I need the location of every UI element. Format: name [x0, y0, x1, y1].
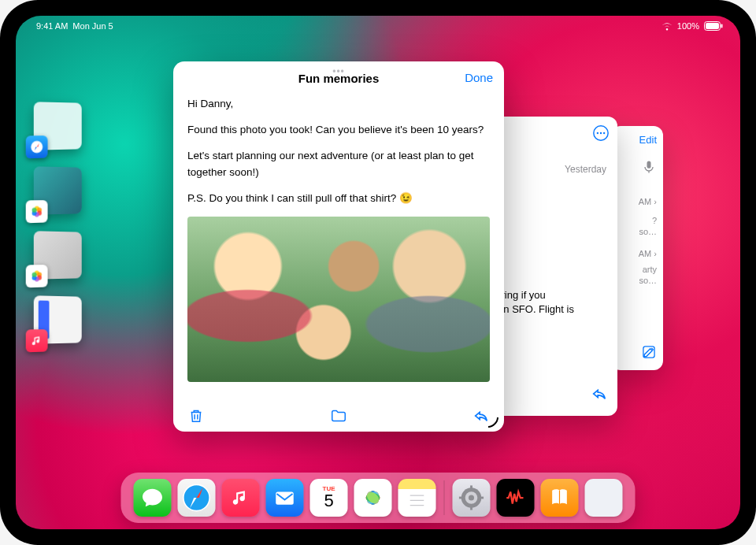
mail-attached-photo[interactable]: [187, 217, 490, 382]
status-date: Mon Jun 5: [72, 21, 113, 31]
dock-app-books[interactable]: [541, 479, 579, 517]
list-row: arty: [643, 265, 657, 274]
battery-icon: [704, 21, 723, 31]
stage-manager-strip: [33, 102, 99, 343]
done-button[interactable]: Done: [465, 71, 493, 84]
status-time: 9:41 AM: [36, 21, 68, 31]
mail-paragraph: Let's start planning our next adventure …: [187, 148, 490, 181]
dock-app-messages[interactable]: [134, 479, 172, 517]
window-grabber-icon[interactable]: •••: [332, 66, 345, 77]
list-row: so…: [639, 276, 657, 285]
mail-paragraph: Found this photo you took! Can you belie…: [187, 122, 490, 139]
trash-icon[interactable]: [187, 407, 205, 425]
mail-header: ••• Fun memories Done: [173, 61, 504, 96]
folder-icon[interactable]: [329, 407, 348, 425]
mic-icon[interactable]: [641, 159, 657, 175]
dock-app-photos[interactable]: [354, 479, 392, 517]
svg-rect-40: [459, 497, 462, 499]
dock: TUE 5: [121, 473, 636, 523]
mail-toolbar: [173, 400, 504, 432]
photos-icon: [26, 200, 48, 223]
battery-percent: 100%: [677, 21, 699, 31]
svg-point-37: [469, 495, 474, 500]
dock-app-settings[interactable]: [453, 479, 491, 517]
edit-button[interactable]: Edit: [639, 134, 657, 146]
stage-thumb-safari[interactable]: [34, 102, 82, 150]
dock-app-music[interactable]: [222, 479, 260, 517]
svg-rect-17: [643, 347, 654, 358]
reply-icon[interactable]: [591, 385, 608, 405]
mail-body[interactable]: Hi Danny, Found this photo you took! Can…: [173, 96, 504, 400]
resize-handle-icon[interactable]: [485, 414, 499, 428]
photos-icon: [26, 265, 48, 287]
mail-paragraph: P.S. Do you think I can still pull off t…: [187, 191, 490, 207]
background-window-mail-list[interactable]: Edit AM › ? so… AM › arty so…: [611, 126, 663, 370]
stage-thumb-photos-1[interactable]: [34, 166, 82, 215]
mail-paragraph: Hi Danny,: [187, 96, 490, 113]
mail-compose-window[interactable]: ••• Fun memories Done Hi Danny, Found th…: [173, 61, 504, 432]
svg-rect-41: [480, 497, 484, 499]
svg-rect-38: [470, 485, 472, 488]
svg-rect-16: [647, 161, 651, 169]
svg-rect-39: [470, 506, 472, 510]
svg-rect-23: [276, 492, 294, 505]
dock-app-calendar[interactable]: TUE 5: [310, 479, 348, 517]
dock-app-voice-memos[interactable]: [497, 479, 535, 517]
dock-separator: [444, 480, 445, 515]
compose-icon[interactable]: [641, 344, 657, 362]
dock-app-mail[interactable]: [266, 479, 304, 517]
dock-app-notes[interactable]: [398, 479, 436, 517]
svg-rect-1: [706, 23, 719, 29]
svg-rect-2: [721, 24, 723, 28]
svg-point-21: [603, 132, 605, 134]
calendar-day: 5: [324, 492, 333, 510]
list-row: so…: [639, 227, 657, 236]
ipad-screen: 9:41 AM Mon Jun 5 100%: [16, 16, 740, 529]
safari-icon: [26, 135, 48, 158]
list-row: ?: [652, 216, 657, 225]
dock-recent-apps-group[interactable]: [585, 479, 623, 517]
stage-thumb-photos-2[interactable]: [34, 231, 82, 280]
date-label: Yesterday: [565, 164, 606, 175]
svg-point-19: [597, 132, 598, 134]
music-icon: [26, 329, 48, 352]
list-row-time: AM ›: [639, 197, 657, 206]
more-icon[interactable]: [592, 124, 610, 144]
list-row-time: AM ›: [639, 249, 657, 258]
dock-app-safari[interactable]: [178, 479, 216, 517]
svg-point-20: [600, 132, 602, 134]
ipad-device-frame: 9:41 AM Mon Jun 5 100%: [0, 0, 756, 545]
stage-thumb-music[interactable]: [34, 295, 82, 344]
status-bar: 9:41 AM Mon Jun 5 100%: [16, 16, 740, 33]
wifi-icon: [662, 22, 673, 31]
